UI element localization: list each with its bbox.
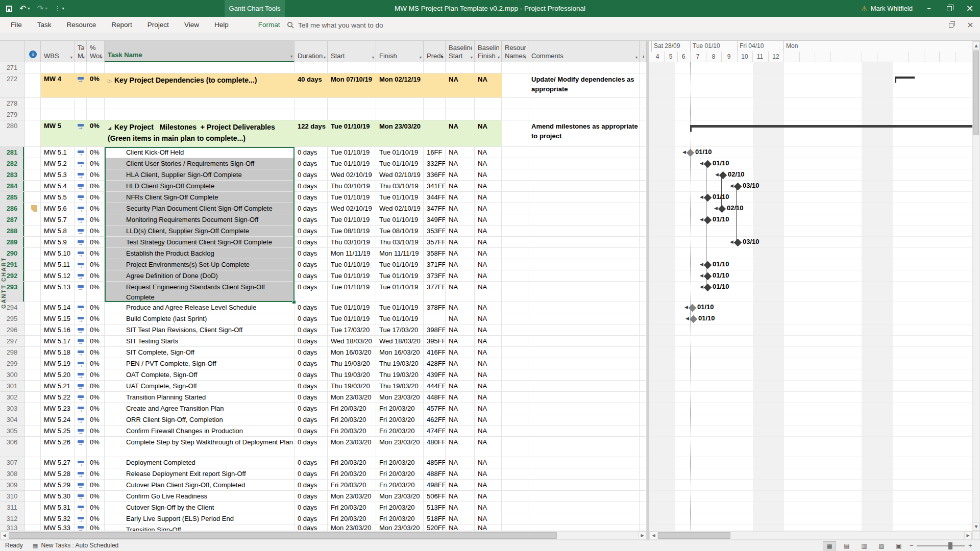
cell-start-298[interactable]: Mon 16/03/20 [328,347,376,358]
cell-mode-305[interactable]: → [75,425,87,437]
cell-dur-296[interactable]: 0 days [295,324,328,336]
cell-addnew-293[interactable] [640,282,647,302]
task-name-cell-286[interactable]: Security Plan Document Client Sign-Off C… [105,203,295,214]
cell-start-288[interactable]: Tue 08/10/19 [328,226,376,237]
cell-mode-272[interactable]: → [75,73,87,98]
cell-bfinish-310[interactable]: NA [475,491,502,502]
cell-dur-299[interactable]: 0 days [295,358,328,369]
cell-finish-309[interactable]: Fri 20/03/20 [376,480,424,491]
cell-addnew-306[interactable] [640,437,647,457]
cell-pct-279[interactable] [87,109,105,120]
cell-bfinish-295[interactable]: NA [475,313,502,324]
cell-bstart-292[interactable]: NA [446,270,475,282]
info-cell[interactable] [24,282,41,302]
tell-me-search[interactable]: Tell me what you want to do [287,17,383,33]
resource-sheet-view-icon[interactable]: ▨ [875,541,888,550]
row-header-310[interactable]: 310 [0,491,24,502]
cell-pred-296[interactable]: 398FF [424,324,446,336]
cell-bfinish-297[interactable]: NA [475,336,502,347]
cell-pct-297[interactable]: 0% [87,336,105,347]
cell-bstart-287[interactable]: NA [446,214,475,226]
chart-horizontal-scrollbar[interactable]: ◀ ▶ [649,531,972,540]
cell-resource-298[interactable] [502,347,528,358]
cell-mode-308[interactable]: → [75,468,87,480]
cell-finish-272[interactable]: Mon 02/12/19 [376,73,424,98]
cell-bstart-309[interactable]: NA [446,480,475,491]
cell-comments-298[interactable] [528,347,640,358]
column-header-bfinish[interactable]: BaselineFinish▾ [475,41,502,62]
cell-wbs-297[interactable]: MW 5.17 [41,336,75,347]
cell-dur-312[interactable]: 0 days [295,513,328,524]
cell-wbs-284[interactable]: MW 5.4 [41,181,75,192]
task-name-cell-308[interactable]: Release Deployment Exit report Sign-Off [105,468,295,480]
cell-mode-288[interactable]: → [75,226,87,237]
cell-bfinish-289[interactable]: NA [475,237,502,248]
cell-dur-302[interactable]: 0 days [295,392,328,403]
info-cell[interactable] [24,147,41,158]
cell-pred-295[interactable] [424,313,446,324]
cell-start-282[interactable]: Tue 01/10/19 [328,158,376,169]
cell-addnew-298[interactable] [640,347,647,358]
cell-finish-297[interactable]: Wed 18/03/20 [376,336,424,347]
cell-bstart-299[interactable]: NA [446,358,475,369]
info-cell[interactable] [24,369,41,381]
cell-bfinish-278[interactable] [475,98,502,109]
task-name-cell-292[interactable]: Agree Definition of Done (DoD) [105,270,295,282]
cell-pred-292[interactable]: 373FF [424,270,446,282]
cell-pred-271[interactable] [424,62,446,73]
menu-tab-resource[interactable]: Resource [59,17,104,33]
info-cell[interactable] [24,313,41,324]
cell-comments-309[interactable] [528,480,640,491]
cell-bfinish-296[interactable]: NA [475,324,502,336]
cell-resource-271[interactable] [502,62,528,73]
menu-tab-task[interactable]: Task [30,17,59,33]
cell-dur-305[interactable]: 0 days [295,425,328,437]
milestone-diamond[interactable] [688,304,696,312]
row-header-299[interactable]: 299 [0,358,24,369]
menu-tab-file[interactable]: File [3,17,30,33]
cell-bstart-300[interactable]: NA [446,369,475,381]
info-cell[interactable] [24,181,41,192]
cell-start-291[interactable]: Tue 01/10/19 [328,259,376,270]
cell-pct-298[interactable]: 0% [87,347,105,358]
cell-addnew-278[interactable] [640,98,647,109]
column-header-name[interactable]: Task Name▾ [105,41,295,62]
info-cell[interactable] [24,414,41,425]
cell-pred-309[interactable]: 498FF [424,480,446,491]
task-name-cell-312[interactable]: Early Live Support (ELS) Period End [105,513,295,524]
cell-finish-302[interactable]: Mon 23/03/20 [376,392,424,403]
cell-comments-313[interactable] [528,524,640,531]
cell-wbs-272[interactable]: MW 4 [41,73,75,98]
cell-pred-298[interactable]: 416FF [424,347,446,358]
cell-pct-286[interactable]: 0% [87,203,105,214]
cell-start-309[interactable]: Fri 20/03/20 [328,480,376,491]
cell-comments-303[interactable] [528,403,640,414]
cell-addnew-299[interactable] [640,358,647,369]
cell-addnew-305[interactable] [640,425,647,437]
info-cell[interactable] [24,457,41,468]
cell-start-280[interactable]: Tue 01/10/19 [328,120,376,147]
cell-wbs-288[interactable]: MW 5.8 [41,226,75,237]
cell-resource-281[interactable] [502,147,528,158]
cell-wbs-296[interactable]: MW 5.16 [41,324,75,336]
filter-arrow-icon[interactable]: ▾ [324,55,326,60]
cell-addnew-309[interactable] [640,480,647,491]
cell-bstart-298[interactable]: NA [446,347,475,358]
cell-wbs-305[interactable]: MW 5.25 [41,425,75,437]
cell-finish-299[interactable]: Thu 19/03/20 [376,358,424,369]
cell-comments-301[interactable] [528,381,640,392]
cell-mode-312[interactable]: → [75,513,87,524]
cell-start-283[interactable]: Wed 02/10/19 [328,169,376,181]
cell-bstart-293[interactable]: NA [446,282,475,302]
cell-resource-295[interactable] [502,313,528,324]
cell-bfinish-301[interactable]: NA [475,381,502,392]
cell-addnew-288[interactable] [640,226,647,237]
cell-mode-291[interactable]: → [75,259,87,270]
cell-start-310[interactable]: Mon 23/03/20 [328,491,376,502]
cell-addnew-286[interactable] [640,203,647,214]
cell-bstart-290[interactable]: NA [446,248,475,259]
cell-bstart-295[interactable]: NA [446,313,475,324]
filter-arrow-icon[interactable]: ▾ [498,55,500,60]
cell-dur-291[interactable]: 0 days [295,259,328,270]
info-cell[interactable] [24,403,41,414]
